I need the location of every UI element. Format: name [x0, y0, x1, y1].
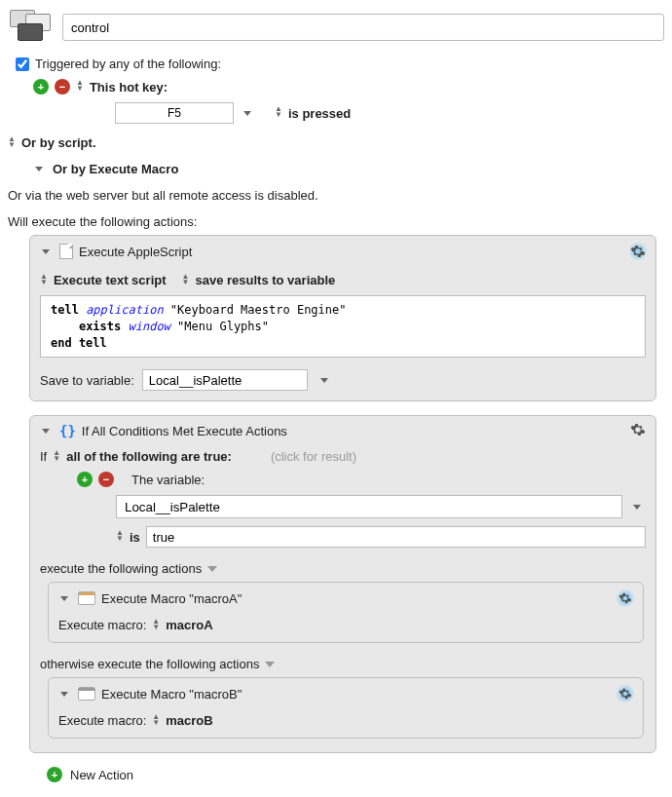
add-condition-button[interactable]: +: [77, 472, 93, 487]
execute-text-script-label: Execute text script: [54, 273, 167, 287]
action-title: Execute Macro "macroB": [101, 687, 610, 702]
remove-trigger-button[interactable]: −: [55, 79, 70, 95]
gear-menu-active-icon[interactable]: [616, 588, 635, 608]
macro-picker-stepper[interactable]: ▲▼: [152, 620, 160, 631]
save-variable-field[interactable]: [142, 369, 308, 391]
is-pressed-label: is pressed: [288, 106, 351, 121]
execute-macro-label: Execute macro:: [58, 713, 146, 728]
new-action-label: New Action: [70, 768, 133, 782]
gear-menu-active-icon[interactable]: [616, 684, 635, 703]
script-type-stepper[interactable]: ▲▼: [40, 275, 48, 286]
save-to-variable-label: Save to variable:: [40, 373, 134, 388]
save-results-label: save results to variable: [195, 273, 335, 287]
applescript-file-icon: [59, 244, 73, 259]
match-mode-stepper[interactable]: ▲▼: [53, 451, 60, 463]
expand-icon[interactable]: [207, 566, 217, 572]
or-by-script-label: Or by script.: [21, 135, 96, 150]
macro-icon: [78, 687, 95, 701]
variable-dropdown-icon[interactable]: [316, 378, 333, 383]
action-execute-applescript[interactable]: Execute AppleScript ▲▼ Execute text scri…: [29, 235, 656, 401]
trigger-type-stepper[interactable]: ▲▼: [76, 81, 84, 93]
or-via-web-label: Or via the web server but all remote acc…: [8, 188, 318, 203]
macro-name: macroB: [166, 713, 212, 728]
execute-macro-label: Execute macro:: [58, 618, 146, 632]
otherwise-label: otherwise execute the following actions: [40, 657, 259, 671]
comparison-stepper[interactable]: ▲▼: [116, 531, 124, 543]
this-hot-key-label: This hot key:: [90, 80, 168, 95]
braces-icon: {}: [59, 423, 76, 438]
the-variable-label: The variable:: [131, 473, 205, 487]
hot-key-dropdown-icon[interactable]: [243, 111, 251, 116]
action-title: Execute AppleScript: [79, 245, 622, 259]
action-execute-macro-b[interactable]: Execute Macro "macroB" Execute macro: ▲▼…: [48, 677, 644, 739]
will-execute-label: Will execute the following actions:: [8, 214, 664, 229]
or-by-execute-macro-label: Or by Execute Macro: [53, 162, 178, 176]
all-following-true-label: all of the following are true:: [66, 449, 232, 464]
triggered-checkbox[interactable]: [16, 57, 29, 71]
collapse-icon[interactable]: [42, 249, 50, 254]
hot-key-field[interactable]: [115, 102, 234, 124]
script-text-area[interactable]: tell application "Keyboard Maestro Engin…: [40, 295, 646, 358]
key-event-stepper[interactable]: ▲▼: [275, 107, 282, 119]
execute-following-label: execute the following actions: [40, 561, 202, 576]
remove-condition-button[interactable]: −: [98, 472, 114, 487]
action-execute-macro-a[interactable]: Execute Macro "macroA" Execute macro: ▲▼…: [48, 582, 644, 643]
condition-value-field[interactable]: [146, 526, 646, 548]
click-for-result-hint[interactable]: (click for result): [271, 449, 356, 464]
gear-menu-icon[interactable]: [630, 422, 648, 439]
or-execute-dropdown-icon[interactable]: [35, 167, 43, 171]
triggered-by-label: Triggered by any of the following:: [35, 57, 221, 71]
macro-name: macroA: [166, 618, 212, 632]
expand-icon[interactable]: [265, 662, 275, 667]
macro-picker-stepper[interactable]: ▲▼: [152, 715, 160, 727]
condition-variable-field[interactable]: [116, 495, 622, 518]
new-action-button[interactable]: +: [47, 767, 62, 782]
collapse-icon[interactable]: [60, 596, 68, 601]
macro-icon: [78, 591, 95, 605]
action-title: Execute Macro "macroA": [101, 591, 610, 606]
add-trigger-button[interactable]: +: [33, 79, 49, 95]
save-results-stepper[interactable]: ▲▼: [182, 275, 190, 286]
collapse-icon[interactable]: [42, 429, 50, 434]
is-label: is: [130, 530, 140, 545]
collapse-icon[interactable]: [60, 692, 68, 697]
action-if-conditions[interactable]: {} If All Conditions Met Execute Actions…: [29, 415, 656, 753]
gear-menu-active-icon[interactable]: [628, 242, 648, 261]
or-script-stepper[interactable]: ▲▼: [8, 137, 16, 149]
action-title: If All Conditions Met Execute Actions: [82, 424, 624, 438]
macro-group-icon: [8, 8, 55, 47]
variable-dropdown-icon[interactable]: [628, 505, 646, 510]
if-label: If: [40, 449, 47, 464]
macro-name-field[interactable]: [62, 14, 664, 41]
